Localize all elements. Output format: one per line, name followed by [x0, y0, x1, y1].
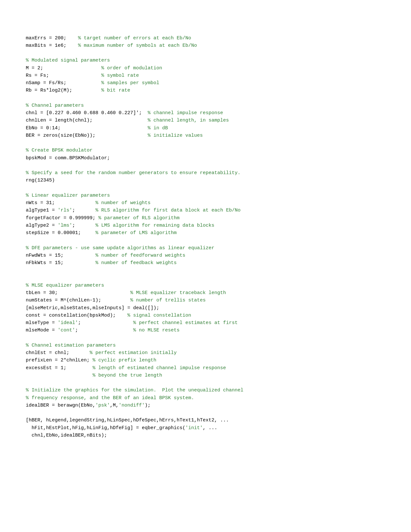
code-editor: maxErrs = 200; % target number of errors… [26, 19, 385, 439]
